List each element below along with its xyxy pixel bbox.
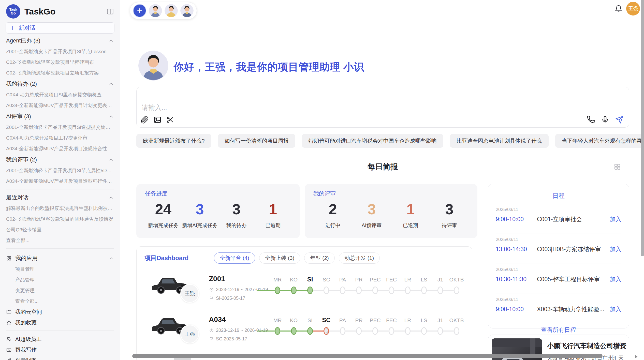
sidebar-task-item[interactable]: A034-全新新能源MUV产品开发项目造型可行性评审 xyxy=(6,176,114,187)
milestone-node[interactable] xyxy=(437,327,443,335)
milestone-node[interactable] xyxy=(405,287,411,294)
agent-avatar[interactable] xyxy=(149,4,162,17)
suggestion-chip[interactable]: 当下年轻人对汽车外观有怎样的喜好趋势 xyxy=(555,134,644,148)
milestone-node[interactable] xyxy=(324,327,329,335)
join-link[interactable]: 加入 xyxy=(610,305,621,313)
scroll-right-arrow-icon[interactable] xyxy=(633,354,639,359)
app-title: TaskGo xyxy=(24,7,102,17)
milestone-node[interactable] xyxy=(307,287,313,294)
suggestion-chip[interactable]: 比亚迪全固态电池计划具体说了什么 xyxy=(450,134,549,148)
milestone-node[interactable] xyxy=(275,287,280,294)
sidebar-task-item[interactable]: C02-飞腾新能源轻客改款项目立项汇报方案 xyxy=(6,68,114,78)
vertical-scrollbar[interactable] xyxy=(641,0,644,256)
stat-label: 进行中 xyxy=(313,222,352,229)
join-link[interactable]: 加入 xyxy=(610,275,621,283)
milestone-node[interactable] xyxy=(389,287,394,294)
sidebar-tool-users[interactable]: AI超级员工 xyxy=(6,334,114,344)
scroll-down-arrow-icon[interactable] xyxy=(612,345,619,352)
sidebar-task-item[interactable]: 查看全部... xyxy=(6,235,114,246)
chat-input[interactable] xyxy=(141,102,447,113)
milestone-node[interactable] xyxy=(372,287,378,294)
suggestion-chip[interactable]: 欧洲新规最近颁布了什么? xyxy=(136,134,211,148)
sidebar-task-item[interactable]: 公司Q3轻卡销量 xyxy=(6,224,114,235)
sidebar-sections: Agent已办 (3)Z001-全新燃油皮卡产品开发项目SI节点Lesson L… xyxy=(6,35,114,246)
sidebar-link-label: 我的收藏 xyxy=(15,319,37,326)
project-filter-pill[interactable]: 动总开发 (1) xyxy=(339,252,380,264)
milestone-track: MRKOSISCPAPRPECFECLRLSJ1OKTB xyxy=(257,270,466,310)
section-header[interactable]: 我的待办 (2) xyxy=(6,78,114,89)
milestone-node[interactable] xyxy=(389,327,394,335)
send-icon[interactable] xyxy=(615,116,623,124)
milestone-node[interactable] xyxy=(275,327,280,335)
sidebar-task-item[interactable]: C0X4-动力总成开发项目SI里程碑提交物检查 xyxy=(6,89,114,100)
sidebar-link-label: 我的云空间 xyxy=(15,308,42,316)
event-date: 2025/03/11 xyxy=(496,297,621,302)
suggestion-chip[interactable]: 如何写一份清晰的项目周报 xyxy=(218,134,295,148)
new-chat-button[interactable]: 新对话 xyxy=(6,22,114,34)
layout-grid-icon[interactable] xyxy=(613,163,621,171)
milestone-node[interactable] xyxy=(307,327,313,335)
briefing-card: 任务进度24新增完成任务3新增AI完成任务3我的待办1已逾期 xyxy=(136,184,300,238)
milestone-node[interactable] xyxy=(340,287,345,294)
project-code[interactable]: Z001 xyxy=(209,275,225,283)
project-filter-pill[interactable]: 年型 (2) xyxy=(304,252,335,264)
sidebar-task-item[interactable]: Z001-全新燃油轻卡产品开发项目SI造型提交物评审 xyxy=(6,122,114,133)
milestone-node[interactable] xyxy=(291,287,297,294)
sidebar-app-item[interactable]: 变更管理 xyxy=(6,285,114,296)
project-code[interactable]: A034 xyxy=(209,316,226,324)
milestone-node[interactable] xyxy=(454,327,459,335)
agent-avatar[interactable] xyxy=(180,4,194,17)
agent-avatar[interactable] xyxy=(165,4,178,17)
sidebar-task-item[interactable]: A034-全新新能源MUV产品开发项目法规符合性评审 xyxy=(6,143,114,154)
sidebar-task-item[interactable]: A034-全新新能源MUV产品开发项目计划变更表编写 xyxy=(6,100,114,111)
attachment-paperclip-icon[interactable] xyxy=(141,116,149,124)
milestone-node[interactable] xyxy=(356,327,362,335)
milestone-node[interactable] xyxy=(405,327,411,335)
my-apps-header[interactable]: 我的应用 xyxy=(6,253,114,264)
sidebar-task-item[interactable]: 解释最新出台的欧盟报废车法规再生塑料比例被调至15%... xyxy=(6,203,114,214)
milestone-label: OKTB xyxy=(446,317,467,323)
project-filter-pill[interactable]: 全新上装 (3) xyxy=(259,252,300,264)
milestone-node[interactable] xyxy=(421,287,427,294)
join-link[interactable]: 加入 xyxy=(610,215,621,223)
section-header[interactable]: Agent已办 (3) xyxy=(6,35,114,46)
horizontal-scrollbar[interactable] xyxy=(132,354,603,358)
view-all-schedule-link[interactable]: 查看所有日程 xyxy=(496,326,621,334)
user-avatar[interactable]: 王强 xyxy=(626,2,640,16)
sidebar-tool-pen[interactable]: 创意制图 xyxy=(6,355,114,360)
milestone-node[interactable] xyxy=(324,287,329,294)
sidebar-task-item[interactable]: C02-飞腾新能源轻客改款项目的闭环通告反馈情况 xyxy=(6,214,114,224)
sidebar-app-item[interactable]: 查看全部... xyxy=(6,296,114,307)
join-link[interactable]: 加入 xyxy=(610,245,621,253)
suggestion-chip[interactable]: 特朗普可能对进口汽车增税会对中国车企造成哪些影响 xyxy=(302,134,443,148)
sidebar-task-item[interactable]: Z001-全新燃油轻卡产品开发项目SI节点属性5D文件评审 xyxy=(6,165,114,176)
milestone-node[interactable] xyxy=(356,287,362,294)
section-header[interactable]: 我的评审 (2) xyxy=(6,154,114,165)
section-header[interactable]: 最近对话 xyxy=(6,192,114,203)
sidebar-app-item[interactable]: 项目管理 xyxy=(6,264,114,275)
notifications-bell-icon[interactable] xyxy=(615,5,622,12)
milestone-node[interactable] xyxy=(437,287,443,294)
sidebar-task-item[interactable]: C0X4-动力总成开发项目工程变更评审 xyxy=(6,133,114,143)
milestone-node[interactable] xyxy=(421,327,427,335)
screenshot-scissors-icon[interactable] xyxy=(166,116,174,124)
milestone-node[interactable] xyxy=(454,287,459,294)
project-filter-pill[interactable]: 全新平台 (4) xyxy=(214,252,255,264)
milestone-node[interactable] xyxy=(340,327,345,335)
image-upload-icon[interactable] xyxy=(153,116,162,124)
sidebar-app-item[interactable]: 产品管理 xyxy=(6,275,114,285)
microphone-icon[interactable] xyxy=(601,116,609,124)
sidebar-item-star[interactable]: 我的收藏 xyxy=(6,317,114,328)
sidebar-task-item[interactable]: C02-飞腾新能源轻客改款项目里程碑画布 xyxy=(6,57,114,68)
voice-call-icon[interactable] xyxy=(587,116,595,124)
add-agent-button[interactable] xyxy=(133,4,146,17)
milestone-node[interactable] xyxy=(291,327,297,335)
project-row: 王强A0342023-12-19 ~ 2026-01-19SC-2025-05-… xyxy=(137,310,472,351)
sidebar-item-folder[interactable]: 我的云空间 xyxy=(6,307,114,317)
sidebar-task-item[interactable]: Z001-全新燃油皮卡产品开发项目SI节点Lesson Learn报告 xyxy=(6,46,114,57)
plus-icon xyxy=(136,7,143,14)
milestone-node[interactable] xyxy=(372,327,378,335)
section-header[interactable]: AI评审 (3) xyxy=(6,111,114,122)
sidebar-tool-write[interactable]: 帮我写作 xyxy=(6,344,114,355)
collapse-sidebar-icon[interactable] xyxy=(106,8,114,15)
